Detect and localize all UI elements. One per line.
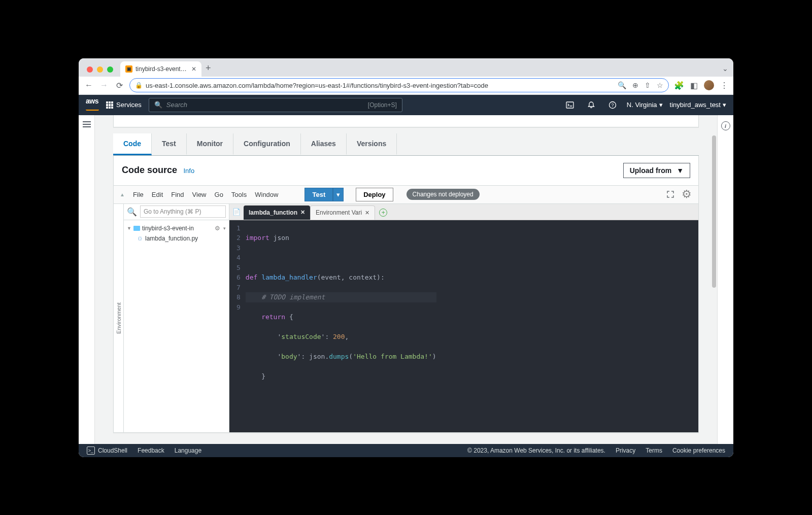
region-selector[interactable]: N. Virginia ▾ [627,101,663,109]
info-link[interactable]: Info [183,167,194,175]
deploy-status-badge: Changes not deployed [407,189,480,200]
test-button[interactable]: Test [304,188,333,201]
address-bar[interactable]: 🔒 us-east-1.console.aws.amazon.com/lambd… [129,78,669,92]
caret-down-icon: ▾ [223,226,226,231]
browser-tab-title: tinybird-s3-event-ingestion - L [136,65,188,73]
svg-rect-0 [566,102,573,108]
aws-favicon: ▣ [125,65,132,73]
code-source-title: Code source [122,165,177,175]
function-tabs: Code Test Monitor Configuration Aliases … [113,133,699,156]
deploy-button[interactable]: Deploy [356,188,393,201]
aws-search-box[interactable]: 🔍 [Option+S] [149,98,402,112]
terms-link[interactable]: Terms [646,447,662,454]
menu-go[interactable]: Go [215,191,223,198]
fullscreen-icon[interactable] [665,189,676,200]
aws-logo[interactable]: aws [86,97,99,113]
editor-tab-label: Environment Vari [316,209,362,216]
cloudshell-label: CloudShell [98,447,127,454]
close-icon[interactable]: ✕ [300,209,305,216]
maximize-window-button[interactable] [107,66,113,73]
chrome-menu-icon[interactable]: ⋮ [720,81,728,90]
share-icon[interactable]: ⇧ [645,81,651,89]
ide: ▲ File Edit Find View Go Tools Window Te… [114,185,698,432]
menu-view[interactable]: View [192,191,207,198]
services-label: Services [116,101,142,109]
caret-down-icon: ▾ [659,101,663,109]
menu-window[interactable]: Window [255,191,278,198]
folder-name: tinybird-s3-event-in [142,225,194,232]
tab-test[interactable]: Test [152,133,187,155]
tab-monitor[interactable]: Monitor [187,133,233,155]
folder-row[interactable]: ▼ tinybird-s3-event-in ⚙ ▾ [127,223,226,233]
account-selector[interactable]: tinybird_aws_test ▾ [670,101,726,109]
zoom-icon[interactable]: ⊕ [632,81,638,89]
editor-tab-environment-vars[interactable]: Environment Vari ✕ [310,205,375,220]
notifications-icon[interactable] [584,98,598,112]
tab-overflow-icon[interactable]: ⌄ [722,64,733,77]
region-label: N. Virginia [627,101,657,109]
cloudshell-icon[interactable] [563,98,577,112]
cloudshell-button[interactable]: >_ CloudShell [87,447,127,455]
editor-tabs: 📄 lambda_function ✕ Environment Vari ✕ + [229,204,698,220]
copyright-text: © 2023, Amazon Web Services, Inc. or its… [467,447,605,454]
tab-aliases[interactable]: Aliases [301,133,347,155]
upload-from-button[interactable]: Upload from ▼ [623,163,690,178]
back-button[interactable]: ← [84,80,94,90]
new-editor-tab-button[interactable]: + [379,209,387,217]
minimize-window-button[interactable] [97,66,103,73]
caret-down-icon: ▼ [676,166,684,175]
collapse-icon[interactable]: ▲ [120,192,125,197]
search-icon: 🔍 [154,101,162,109]
aws-header: aws Services 🔍 [Option+S] ? N. Virginia … [79,95,733,115]
tab-configuration[interactable]: Configuration [233,133,301,155]
menu-edit[interactable]: Edit [152,191,163,198]
scrollbar[interactable] [712,135,716,288]
extensions-icon[interactable]: 🧩 [674,81,684,90]
tab-versions[interactable]: Versions [347,133,397,155]
language-link[interactable]: Language [175,447,201,454]
right-rail: i [717,115,733,444]
help-icon[interactable]: ? [605,98,620,112]
services-menu[interactable]: Services [106,101,142,109]
close-icon[interactable]: ✕ [365,210,369,216]
goto-anything-input[interactable]: Go to Anything (⌘ P) [140,205,226,218]
forward-button[interactable]: → [99,80,109,90]
test-dropdown-button[interactable]: ▾ [333,188,344,201]
account-label: tinybird_aws_test [670,101,721,109]
tab-list-icon[interactable]: 📄 [229,204,244,220]
close-tab-icon[interactable]: ✕ [191,65,196,73]
menu-toggle-icon[interactable] [83,121,91,127]
address-bar-row: ← → ⟳ 🔒 us-east-1.console.aws.amazon.com… [79,77,733,95]
cookie-preferences-link[interactable]: Cookie preferences [672,447,725,454]
profile-avatar[interactable] [704,80,714,90]
lock-icon: 🔒 [135,82,143,89]
reload-button[interactable]: ⟳ [114,80,124,90]
menu-tools[interactable]: Tools [231,191,247,198]
caret-down-icon: ▾ [723,101,726,109]
svg-text:?: ? [611,102,614,108]
menu-find[interactable]: Find [171,191,184,198]
preferences-gear-icon[interactable]: ⚙ [681,189,692,200]
menu-file[interactable]: File [133,191,144,198]
goto-placeholder: Go to Anything (⌘ P) [144,208,201,215]
bookmark-icon[interactable]: ☆ [657,81,663,89]
grid-icon [106,101,113,109]
file-row[interactable]: ⟨⟩ lambda_function.py [127,233,226,244]
close-window-button[interactable] [87,66,93,73]
side-panel-icon[interactable]: ◧ [690,81,698,90]
code-editor[interactable]: 1 2 3 4 5 6 7 8 9 impo [229,220,698,432]
privacy-link[interactable]: Privacy [616,447,635,454]
folder-gear-icon[interactable]: ⚙ [215,225,220,232]
environment-rail[interactable]: Environment [114,204,124,432]
new-tab-button[interactable]: + [206,63,211,77]
editor-tab-lambda-function[interactable]: lambda_function ✕ [244,205,310,220]
tab-code[interactable]: Code [113,133,152,155]
environment-label: Environment [116,302,122,334]
aws-search-input[interactable] [166,101,364,109]
info-icon[interactable]: i [721,121,730,130]
tree-search-icon[interactable]: 🔍 [124,207,140,217]
search-in-page-icon[interactable]: 🔍 [618,81,626,89]
browser-tab[interactable]: ▣ tinybird-s3-event-ingestion - L ✕ [120,61,201,77]
editor-pane: 📄 lambda_function ✕ Environment Vari ✕ + [229,204,698,432]
feedback-link[interactable]: Feedback [138,447,164,454]
